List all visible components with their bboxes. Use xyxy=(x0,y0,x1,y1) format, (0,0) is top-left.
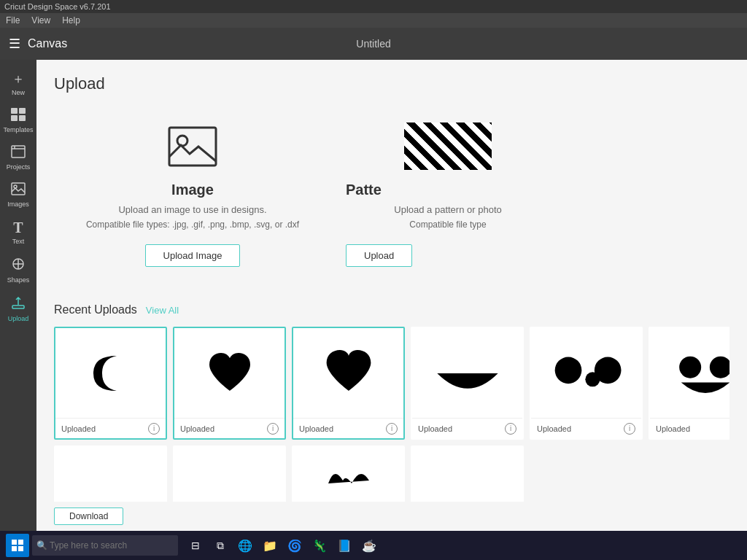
svg-point-12 xyxy=(177,136,187,146)
upload-item-5[interactable]: Uploaded i xyxy=(530,327,643,440)
page-title: Upload xyxy=(54,74,729,93)
taskbar-app-word[interactable]: 📘 xyxy=(333,534,356,557)
svg-rect-20 xyxy=(12,546,17,551)
upload-item-6-preview xyxy=(650,328,729,418)
svg-point-13 xyxy=(554,357,581,384)
main-layout: ＋ New Templates Projects Images T Text xyxy=(0,60,747,531)
upload-cards-row: Image Upload an image to use in designs.… xyxy=(54,108,729,281)
pattern-preview xyxy=(404,122,492,170)
pattern-card-desc: Upload a pattern or photo xyxy=(394,204,501,215)
shapes-icon xyxy=(11,257,26,275)
image-card-title: Image xyxy=(171,182,214,198)
upload-item-3-label: Uploaded xyxy=(299,424,333,433)
recent-uploads-title: Recent Uploads xyxy=(54,303,137,316)
sidebar-item-projects[interactable]: Projects xyxy=(0,141,36,175)
upload-icon xyxy=(11,295,26,314)
upload-item-1[interactable]: Uploaded i xyxy=(54,327,167,440)
taskbar-app-cortana[interactable]: ⊟ xyxy=(184,534,207,557)
upload-item-3-info[interactable]: i xyxy=(386,423,398,435)
upload-item-5-info[interactable]: i xyxy=(624,423,635,435)
upload-item-4-footer: Uploaded i xyxy=(412,418,522,438)
title-bar: Cricut Design Space v6.7.201 xyxy=(0,0,747,13)
upload-item-6[interactable]: Uploaded i xyxy=(649,327,729,440)
upload-item-5-footer: Uploaded i xyxy=(531,418,641,438)
upload-item-1-preview xyxy=(55,328,166,418)
menu-item-view[interactable]: View xyxy=(31,15,50,26)
taskbar-apps: ⊟ ⧉ 🌐 📁 🌀 🦎 📘 ☕ xyxy=(184,534,381,557)
svg-rect-18 xyxy=(12,540,17,545)
sidebar-item-new[interactable]: ＋ New xyxy=(0,66,36,101)
image-card-desc: Upload an image to use in designs. xyxy=(118,204,266,215)
download-bar: Download xyxy=(36,502,747,531)
upload-item-1-label: Uploaded xyxy=(61,424,96,433)
upload-item-6-label: Uploaded xyxy=(656,424,690,433)
download-button[interactable]: Download xyxy=(54,508,123,525)
upload-item-8[interactable] xyxy=(54,446,167,504)
start-button[interactable] xyxy=(6,534,29,557)
sidebar: ＋ New Templates Projects Images T Text xyxy=(0,60,36,531)
sidebar-item-shapes[interactable]: Shapes xyxy=(0,252,36,288)
templates-icon xyxy=(11,108,26,125)
upload-item-6-footer: Uploaded i xyxy=(650,418,729,438)
upload-item-2-info[interactable]: i xyxy=(267,423,279,435)
taskbar-search-input[interactable] xyxy=(32,535,178,556)
svg-rect-7 xyxy=(12,183,25,195)
svg-point-16 xyxy=(679,356,701,378)
text-icon: T xyxy=(13,219,23,236)
upload-item-4-info[interactable]: i xyxy=(505,423,516,435)
upload-item-2-label: Uploaded xyxy=(180,424,214,433)
upload-item-4-label: Uploaded xyxy=(418,424,452,433)
upload-item-9[interactable] xyxy=(173,446,286,504)
upload-item-3[interactable]: Uploaded i xyxy=(292,327,405,440)
taskbar-app-java[interactable]: ☕ xyxy=(357,534,381,557)
upload-image-button[interactable]: Upload Image xyxy=(145,244,241,267)
taskbar-app-cricut[interactable]: 🦎 xyxy=(308,534,331,557)
main-content: Upload Image Upload an image to use in d… xyxy=(36,60,747,531)
taskbar-app-edge[interactable]: 🌐 xyxy=(233,534,257,557)
images-icon xyxy=(11,182,26,199)
menu-bar: File View Help xyxy=(0,13,747,28)
upload-item-4[interactable]: Uploaded i xyxy=(411,327,524,440)
upload-item-2-footer: Uploaded i xyxy=(174,418,285,438)
image-upload-card: Image Upload an image to use in designs.… xyxy=(54,108,331,281)
svg-rect-21 xyxy=(18,546,23,551)
upload-item-1-footer: Uploaded i xyxy=(55,418,166,438)
svg-rect-1 xyxy=(19,108,26,114)
sidebar-label-projects: Projects xyxy=(7,163,31,171)
sidebar-item-text[interactable]: T Text xyxy=(0,215,36,249)
upload-item-11[interactable] xyxy=(411,446,524,504)
recent-uploads-header: Recent Uploads View All xyxy=(54,303,729,316)
view-all-link[interactable]: View All xyxy=(146,305,179,316)
upload-item-4-preview xyxy=(412,328,522,418)
menu-item-help[interactable]: Help xyxy=(62,15,80,26)
menu-item-file[interactable]: File xyxy=(6,15,20,26)
sidebar-label-shapes: Shapes xyxy=(7,276,30,284)
svg-rect-10 xyxy=(12,306,24,308)
pattern-card-types: Compatible file type xyxy=(409,219,486,230)
projects-icon xyxy=(11,145,26,162)
search-wrap: 🔍 xyxy=(32,535,178,556)
taskbar-search-icon: 🔍 xyxy=(36,540,47,551)
sidebar-item-upload[interactable]: Upload xyxy=(0,291,36,327)
svg-rect-11 xyxy=(169,128,216,166)
sidebar-label-templates: Templates xyxy=(3,126,33,133)
svg-rect-19 xyxy=(18,540,23,545)
taskbar-app-explorer[interactable]: 📁 xyxy=(258,534,282,557)
hamburger-menu-icon[interactable]: ☰ xyxy=(9,36,20,52)
sidebar-item-images[interactable]: Images xyxy=(0,178,36,212)
taskbar: 🔍 ⊟ ⧉ 🌐 📁 🌀 🦎 📘 ☕ xyxy=(0,531,747,560)
upload-item-1-info[interactable]: i xyxy=(148,423,160,435)
taskbar-app-taskview[interactable]: ⧉ xyxy=(209,534,232,557)
upload-item-3-preview xyxy=(293,328,403,418)
sidebar-item-templates[interactable]: Templates xyxy=(0,104,36,138)
upload-item-2[interactable]: Uploaded i xyxy=(173,327,286,440)
upload-item-10[interactable] xyxy=(292,446,405,504)
title-bar-text: Cricut Design Space v6.7.201 xyxy=(4,2,111,11)
upload-pattern-button[interactable]: Upload xyxy=(346,244,412,267)
app-header: ☰ Canvas Untitled xyxy=(0,28,747,60)
recent-uploads-section: Recent Uploads View All Uploaded i xyxy=(54,303,729,504)
pattern-upload-card: Patte Upload a pattern or photo Compatib… xyxy=(331,108,565,281)
upload-item-3-footer: Uploaded i xyxy=(293,418,403,438)
taskbar-app-chrome[interactable]: 🌀 xyxy=(283,534,306,557)
upload-item-5-label: Uploaded xyxy=(537,424,571,433)
